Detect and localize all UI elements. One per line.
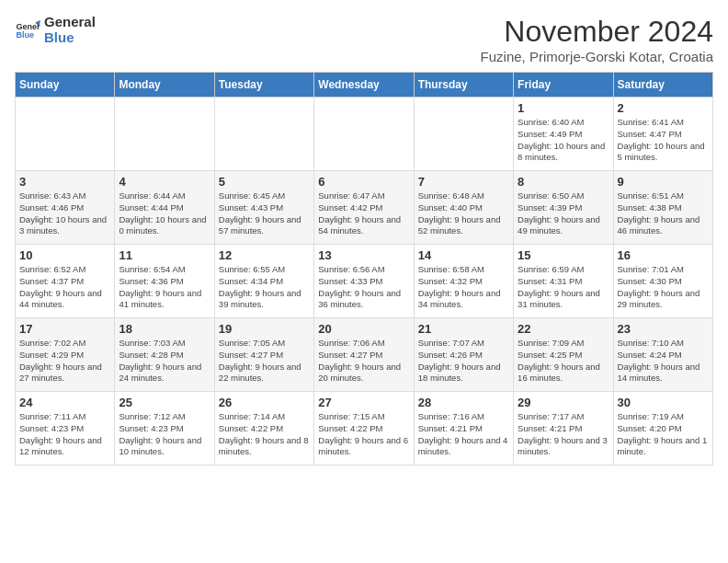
logo-icon: General Blue: [15, 17, 40, 43]
day-number: 2: [618, 101, 709, 115]
day-number: 16: [618, 248, 709, 262]
svg-text:Blue: Blue: [16, 30, 34, 40]
calendar-day-cell: 3Sunrise: 6:43 AM Sunset: 4:46 PM Daylig…: [16, 171, 115, 245]
calendar-day-cell: 4Sunrise: 6:44 AM Sunset: 4:44 PM Daylig…: [115, 171, 214, 245]
day-info: Sunrise: 7:12 AM Sunset: 4:23 PM Dayligh…: [119, 411, 210, 458]
day-number: 19: [219, 322, 310, 336]
calendar-day-cell: 25Sunrise: 7:12 AM Sunset: 4:23 PM Dayli…: [115, 392, 214, 465]
calendar-header-row: SundayMondayTuesdayWednesdayThursdayFrid…: [16, 73, 713, 98]
calendar-week-row: 10Sunrise: 6:52 AM Sunset: 4:37 PM Dayli…: [16, 245, 713, 318]
logo-blue-text: Blue: [44, 30, 96, 46]
day-number: 22: [518, 322, 609, 336]
day-number: 18: [119, 322, 210, 336]
day-number: 5: [219, 175, 310, 189]
calendar-day-cell: 18Sunrise: 7:03 AM Sunset: 4:28 PM Dayli…: [115, 318, 214, 392]
day-of-week-header: Saturday: [613, 73, 712, 98]
day-number: 25: [119, 396, 210, 409]
header: General Blue General Blue November 2024 …: [15, 15, 713, 64]
day-info: Sunrise: 7:06 AM Sunset: 4:27 PM Dayligh…: [318, 338, 409, 385]
day-info: Sunrise: 7:03 AM Sunset: 4:28 PM Dayligh…: [119, 338, 210, 385]
title-area: November 2024 Fuzine, Primorje-Gorski Ko…: [481, 15, 713, 64]
location-subtitle: Fuzine, Primorje-Gorski Kotar, Croatia: [481, 49, 713, 64]
day-info: Sunrise: 6:51 AM Sunset: 4:38 PM Dayligh…: [618, 190, 709, 237]
calendar-day-cell: [214, 98, 313, 171]
day-number: 29: [518, 396, 609, 409]
day-number: 24: [19, 396, 110, 409]
day-info: Sunrise: 6:56 AM Sunset: 4:33 PM Dayligh…: [318, 264, 409, 311]
month-year-title: November 2024: [481, 15, 713, 49]
day-number: 23: [618, 322, 709, 336]
calendar-day-cell: 21Sunrise: 7:07 AM Sunset: 4:26 PM Dayli…: [414, 318, 513, 392]
calendar-day-cell: 26Sunrise: 7:14 AM Sunset: 4:22 PM Dayli…: [214, 392, 313, 465]
day-number: 15: [518, 248, 609, 262]
day-number: 4: [119, 175, 210, 189]
day-number: 27: [318, 396, 409, 409]
day-of-week-header: Tuesday: [214, 73, 313, 98]
calendar-day-cell: 24Sunrise: 7:11 AM Sunset: 4:23 PM Dayli…: [16, 392, 115, 465]
day-info: Sunrise: 6:44 AM Sunset: 4:44 PM Dayligh…: [119, 190, 210, 237]
calendar-day-cell: [414, 98, 513, 171]
calendar-day-cell: [115, 98, 214, 171]
day-number: 6: [318, 175, 409, 189]
logo: General Blue General Blue: [15, 15, 96, 45]
calendar-day-cell: [314, 98, 414, 171]
calendar-day-cell: 12Sunrise: 6:55 AM Sunset: 4:34 PM Dayli…: [214, 245, 313, 318]
day-info: Sunrise: 7:14 AM Sunset: 4:22 PM Dayligh…: [219, 411, 310, 458]
day-info: Sunrise: 7:10 AM Sunset: 4:24 PM Dayligh…: [618, 338, 709, 385]
day-number: 10: [19, 248, 110, 262]
calendar-day-cell: 23Sunrise: 7:10 AM Sunset: 4:24 PM Dayli…: [613, 318, 712, 392]
day-number: 30: [618, 396, 709, 409]
calendar-day-cell: 8Sunrise: 6:50 AM Sunset: 4:39 PM Daylig…: [514, 171, 613, 245]
day-number: 14: [418, 248, 509, 262]
calendar-body: 1Sunrise: 6:40 AM Sunset: 4:49 PM Daylig…: [16, 98, 713, 465]
day-info: Sunrise: 6:40 AM Sunset: 4:49 PM Dayligh…: [518, 117, 609, 164]
calendar-day-cell: 6Sunrise: 6:47 AM Sunset: 4:42 PM Daylig…: [314, 171, 414, 245]
day-info: Sunrise: 7:02 AM Sunset: 4:29 PM Dayligh…: [19, 338, 110, 385]
calendar-day-cell: 20Sunrise: 7:06 AM Sunset: 4:27 PM Dayli…: [314, 318, 414, 392]
day-info: Sunrise: 6:52 AM Sunset: 4:37 PM Dayligh…: [19, 264, 110, 311]
day-of-week-header: Sunday: [16, 73, 115, 98]
calendar-week-row: 24Sunrise: 7:11 AM Sunset: 4:23 PM Dayli…: [16, 392, 713, 465]
day-info: Sunrise: 7:07 AM Sunset: 4:26 PM Dayligh…: [418, 338, 509, 385]
calendar-day-cell: [16, 98, 115, 171]
calendar-day-cell: 10Sunrise: 6:52 AM Sunset: 4:37 PM Dayli…: [16, 245, 115, 318]
calendar-day-cell: 2Sunrise: 6:41 AM Sunset: 4:47 PM Daylig…: [613, 98, 712, 171]
day-number: 8: [518, 175, 609, 189]
calendar-table: SundayMondayTuesdayWednesdayThursdayFrid…: [15, 72, 713, 465]
calendar-day-cell: 5Sunrise: 6:45 AM Sunset: 4:43 PM Daylig…: [214, 171, 313, 245]
calendar-day-cell: 7Sunrise: 6:48 AM Sunset: 4:40 PM Daylig…: [414, 171, 513, 245]
day-number: 11: [119, 248, 210, 262]
day-number: 13: [318, 248, 409, 262]
day-number: 17: [19, 322, 110, 336]
day-info: Sunrise: 6:48 AM Sunset: 4:40 PM Dayligh…: [418, 190, 509, 237]
day-info: Sunrise: 7:05 AM Sunset: 4:27 PM Dayligh…: [219, 338, 310, 385]
day-info: Sunrise: 6:59 AM Sunset: 4:31 PM Dayligh…: [518, 264, 609, 311]
calendar-day-cell: 19Sunrise: 7:05 AM Sunset: 4:27 PM Dayli…: [214, 318, 313, 392]
day-of-week-header: Monday: [115, 73, 214, 98]
day-info: Sunrise: 6:58 AM Sunset: 4:32 PM Dayligh…: [418, 264, 509, 311]
calendar-week-row: 17Sunrise: 7:02 AM Sunset: 4:29 PM Dayli…: [16, 318, 713, 392]
day-number: 28: [418, 396, 509, 409]
calendar-day-cell: 28Sunrise: 7:16 AM Sunset: 4:21 PM Dayli…: [414, 392, 513, 465]
calendar-day-cell: 15Sunrise: 6:59 AM Sunset: 4:31 PM Dayli…: [514, 245, 613, 318]
calendar-day-cell: 22Sunrise: 7:09 AM Sunset: 4:25 PM Dayli…: [514, 318, 613, 392]
day-info: Sunrise: 7:15 AM Sunset: 4:22 PM Dayligh…: [318, 411, 409, 458]
day-number: 3: [19, 175, 110, 189]
day-of-week-header: Wednesday: [314, 73, 414, 98]
day-info: Sunrise: 6:43 AM Sunset: 4:46 PM Dayligh…: [19, 190, 110, 237]
day-number: 1: [518, 101, 609, 115]
day-number: 9: [618, 175, 709, 189]
day-info: Sunrise: 6:41 AM Sunset: 4:47 PM Dayligh…: [618, 117, 709, 164]
day-info: Sunrise: 6:55 AM Sunset: 4:34 PM Dayligh…: [219, 264, 310, 311]
day-info: Sunrise: 7:17 AM Sunset: 4:21 PM Dayligh…: [518, 411, 609, 458]
day-info: Sunrise: 6:47 AM Sunset: 4:42 PM Dayligh…: [318, 190, 409, 237]
calendar-day-cell: 11Sunrise: 6:54 AM Sunset: 4:36 PM Dayli…: [115, 245, 214, 318]
day-of-week-header: Friday: [514, 73, 613, 98]
day-info: Sunrise: 7:11 AM Sunset: 4:23 PM Dayligh…: [19, 411, 110, 458]
calendar-day-cell: 9Sunrise: 6:51 AM Sunset: 4:38 PM Daylig…: [613, 171, 712, 245]
day-info: Sunrise: 6:50 AM Sunset: 4:39 PM Dayligh…: [518, 190, 609, 237]
calendar-day-cell: 27Sunrise: 7:15 AM Sunset: 4:22 PM Dayli…: [314, 392, 414, 465]
calendar-day-cell: 14Sunrise: 6:58 AM Sunset: 4:32 PM Dayli…: [414, 245, 513, 318]
day-info: Sunrise: 7:19 AM Sunset: 4:20 PM Dayligh…: [618, 411, 709, 458]
day-info: Sunrise: 6:45 AM Sunset: 4:43 PM Dayligh…: [219, 190, 310, 237]
